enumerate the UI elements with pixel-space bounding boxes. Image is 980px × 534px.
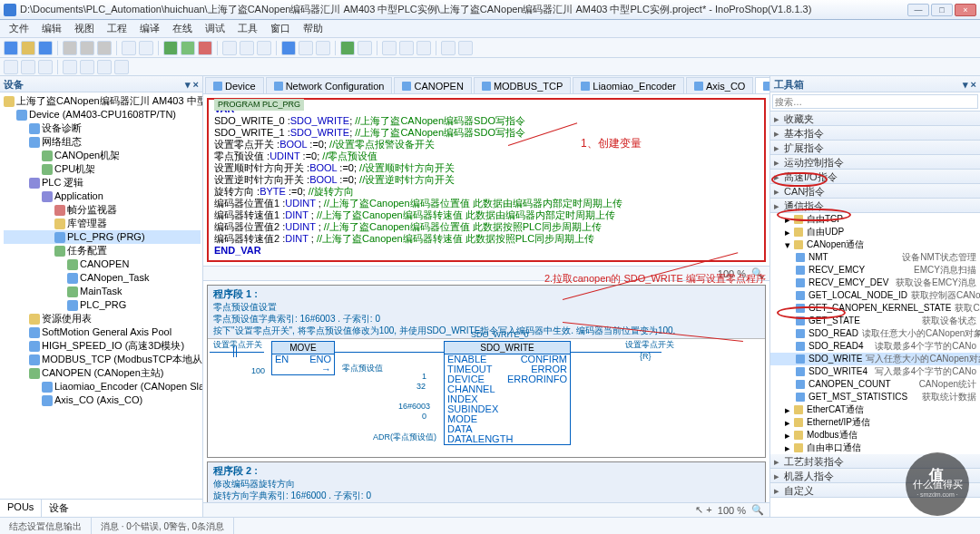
tree-node[interactable]: CPU机架 [4,162,201,176]
toolbox-item-GET_STATE[interactable]: GET_STATE获取设备状态 [770,315,980,327]
tree-node[interactable]: 库管理器 [4,217,201,230]
subcat[interactable]: ▸Ethernet/IP通信 [770,416,980,429]
tab-Axis_CO[interactable]: Axis_CO [686,77,753,93]
contact-icon[interactable] [233,346,237,357]
tab-CANOPEN[interactable]: CANOPEN [394,77,471,93]
tree-node[interactable]: Axis_CO (Axis_CO) [4,393,201,407]
tool-paste-icon[interactable] [97,41,112,55]
ladder-editor[interactable]: 程序段 1 : 零点预设值设置 零点预设值字典索引: 16#6003 . 子索引… [203,280,769,502]
ld-tool-3-icon[interactable] [38,60,53,74]
menu-编辑[interactable]: 编辑 [36,20,67,37]
tree-node[interactable]: 网络组态 [4,135,201,149]
subcat[interactable]: ▸自由UDP [770,226,980,238]
menu-文件[interactable]: 文件 [4,20,34,37]
var-declaration-box[interactable]: PROGRAM PLC_PRG VAR SDO_WRITE_0 :SDO_WRI… [207,98,766,262]
tool-b-icon[interactable] [240,41,254,55]
tool-f-icon[interactable] [316,41,330,55]
tree-node[interactable]: MainTask [4,285,201,298]
zoom-value[interactable]: 100 % [718,268,746,279]
zoom-icon[interactable]: 🔍 [751,267,764,279]
tree-node[interactable]: MODBUS_TCP (ModbusTCP本地从站) [4,353,201,366]
tree-node[interactable]: 资源使用表 [4,312,201,325]
ld-tool-2-icon[interactable] [21,60,35,74]
tree-node[interactable]: CANOPEN [4,257,201,271]
menu-帮助[interactable]: 帮助 [298,20,328,37]
close-button[interactable]: × [955,4,976,16]
toolbox-item-NMT[interactable]: NMT设备NMT状态管理 [770,251,980,264]
subcat[interactable]: ▸自由TCP [770,213,980,226]
toolbox-pin-icon[interactable]: ▾ × [963,76,976,92]
toolbox-item-GET_CANOPEN_KERNEL_STATE[interactable]: GET_CANOPEN_KERNEL_STATE获取CANopen内核状态 [770,302,980,315]
tree-node[interactable]: 设备诊断 [4,121,201,135]
ld-tool-4-icon[interactable] [63,60,77,74]
ld-cursor-icon[interactable]: ↖ + [695,504,711,516]
tool-redo-icon[interactable] [139,41,153,55]
cat-通信指令[interactable]: ▸通信指令 [770,199,980,213]
subcat[interactable]: ▸EtherCAT通信 [770,403,980,416]
tool-stop-icon[interactable] [198,41,212,55]
tree-node[interactable]: CANOpen机架 [4,149,201,162]
ld-zoom-icon[interactable]: 🔍 [751,504,764,516]
tool-save-icon[interactable] [38,41,53,55]
tool-open-icon[interactable] [21,41,35,55]
ld-tool-6-icon[interactable] [97,60,112,74]
tool-j-icon[interactable] [441,41,456,55]
menu-编译[interactable]: 编译 [134,20,165,37]
tree-node[interactable]: PLC_PRG (PRG) [4,230,201,244]
tool-e-icon[interactable] [299,41,313,55]
tree-node[interactable]: CANOPEN (CANopen主站) [4,366,201,380]
ld-tool-7-icon[interactable] [114,60,129,74]
ld-zoom[interactable]: 100 % [718,505,746,516]
menu-窗口[interactable]: 窗口 [265,20,296,37]
toolbox-item-SDO_WRITE4[interactable]: SDO_WRITE4写入最多4个字节的CANo [770,365,980,378]
menu-工具[interactable]: 工具 [232,20,263,37]
left-tab-pous[interactable]: POUs [0,500,42,517]
rung-1[interactable]: 程序段 1 : 零点预设值设置 零点预设值字典索引: 16#6003 . 子索引… [207,285,766,458]
tool-run-icon[interactable] [340,41,355,55]
bottom-tab-2[interactable]: 消息 · 0个错误, 0警告, 0条消息 [92,518,234,534]
device-tree[interactable]: 上海了盗CANopen编码器汇川 AM403 中型PLC实例.projectDe… [0,92,202,499]
toolbox-item-RECV_EMCY[interactable]: RECV_EMCYEMCY消息扫描 [770,264,980,277]
minimize-button[interactable]: — [907,4,929,16]
ld-tool-5-icon[interactable] [80,60,94,74]
toolbox-item-CANOPEN_COUNT[interactable]: CANOPEN_COUNTCANopen统计 [770,378,980,391]
tool-cut-icon[interactable] [63,41,77,55]
tree-node[interactable]: PLC 逻辑 [4,176,201,189]
subcat[interactable]: ▸Modbus通信 [770,429,980,442]
tab-Network Configuration[interactable]: Network Configuration [266,77,393,93]
tab-MODBUS_TCP[interactable]: MODBUS_TCP [474,77,571,93]
tool-c-icon[interactable] [257,41,271,55]
ld-tool-1-icon[interactable] [4,60,18,74]
tool-h-icon[interactable] [399,41,414,55]
cat-扩展指令[interactable]: ▸扩展指令 [770,141,980,155]
bottom-tab-1[interactable]: 结态设置信息输出 [0,518,92,534]
toolbox-search-input[interactable] [772,94,978,109]
panel-pin-icon[interactable]: ▾ × [185,76,199,92]
toolbox-item-GET_LOCAL_NODE_ID[interactable]: GET_LOCAL_NODE_ID获取控制器CANopen节点ID [770,289,980,302]
tool-copy-icon[interactable] [80,41,94,55]
tool-a-icon[interactable] [222,41,237,55]
tool-k-icon[interactable] [458,41,473,55]
tab-Device[interactable]: Device [205,77,264,93]
tree-node[interactable]: CANopen_Task [4,271,201,285]
tool-build-icon[interactable] [163,41,178,55]
tool-new-icon[interactable] [4,41,18,55]
left-tab-device[interactable]: 设备 [42,500,76,517]
tree-node[interactable]: Device (AM403-CPU1608TP/TN) [4,108,201,121]
move-fb[interactable]: MOVE ENENO → [271,341,335,375]
cat-高速I/O指令[interactable]: ▸高速I/O指令 [770,170,980,184]
tool-undo-icon[interactable] [122,41,136,55]
tab-Liaomiao_Encoder[interactable]: Liaomiao_Encoder [573,77,684,93]
toolbox-item-RECV_EMCY_DEV[interactable]: RECV_EMCY_DEV获取设备EMCY消息 [770,277,980,289]
menu-在线[interactable]: 在线 [167,20,198,37]
subcat[interactable]: ▸自由串口通信 [770,442,980,454]
tree-node[interactable]: HIGH_SPEED_IO (高速3D模块) [4,339,201,353]
menu-视图[interactable]: 视图 [69,20,100,37]
tree-node[interactable]: SoftMotion General Axis Pool [4,325,201,339]
sdo-write-fb[interactable]: SDO_WRITE ENABLECONFIRMTIMEOUTERRORDEVIC… [444,341,571,445]
tree-node[interactable]: Application [4,189,201,203]
toolbox-item-SDO_READ4[interactable]: SDO_READ4读取最多4个字节的CANo [770,340,980,353]
tree-node[interactable]: 帧分监视器 [4,203,201,217]
tree-node[interactable]: Liaomiao_Encoder (CANopen Slaver) [4,380,201,393]
cat-运动控制指令[interactable]: ▸运动控制指令 [770,155,980,170]
